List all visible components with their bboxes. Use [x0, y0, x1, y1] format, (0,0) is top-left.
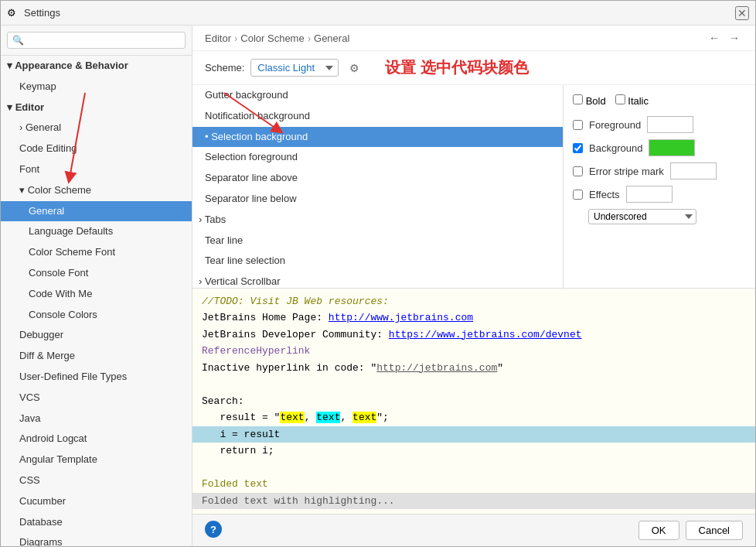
tree-item-tear-line[interactable]: Tear line — [192, 231, 563, 251]
sidebar-item-general[interactable]: › General — [1, 118, 192, 138]
sidebar: ▾ Appearance & Behavior Keymap ▾ Editor … — [1, 26, 192, 546]
background-label: Background — [589, 142, 642, 154]
highlight-text-3: text — [352, 412, 376, 423]
effects-color-box[interactable] — [626, 186, 673, 203]
tree-item-gutter-bg[interactable]: Gutter background — [192, 85, 563, 106]
props-panel: Bold Italic Foreground — [564, 85, 755, 288]
effects-row: Effects — [573, 186, 746, 203]
scheme-gear-icon[interactable]: ⚙ — [345, 59, 363, 77]
error-stripe-checkbox[interactable] — [573, 166, 583, 176]
title-bar: ⚙ Settings ✕ — [1, 1, 755, 26]
code-line-search: Search: — [192, 393, 755, 410]
breadcrumb: Editor › Color Scheme › General ← → — [192, 26, 755, 51]
sidebar-item-diagrams[interactable]: Diagrams — [1, 532, 192, 546]
foreground-row: Foreground — [573, 116, 746, 133]
breadcrumb-sep2: › — [308, 32, 311, 44]
effects-checkbox[interactable] — [573, 190, 583, 200]
sidebar-item-console-colors[interactable]: Console Colors — [1, 305, 192, 326]
tree-item-selection-bg[interactable]: • Selection background — [192, 127, 563, 148]
code-line-empty1 — [192, 376, 755, 393]
sidebar-item-vcs[interactable]: VCS — [1, 388, 192, 409]
nav-back-button[interactable]: ← — [706, 32, 723, 44]
foreground-color-box[interactable] — [647, 116, 693, 133]
tree-item-sep-below[interactable]: Separator line below — [192, 189, 563, 210]
sidebar-item-console-font[interactable]: Console Font — [1, 263, 192, 284]
close-button[interactable]: ✕ — [735, 6, 749, 20]
sidebar-item-general-sub[interactable]: General — [1, 201, 192, 222]
breadcrumb-part3: General — [314, 32, 349, 44]
sidebar-item-language-defaults[interactable]: Language Defaults — [1, 221, 192, 242]
code-line-fold2: Folded text with highlighting... — [192, 493, 755, 510]
bold-checkbox[interactable] — [573, 94, 583, 104]
settings-window: ⚙ Settings ✕ ▾ Appearance & Behavior Key… — [0, 0, 756, 547]
tree-item-sep-above[interactable]: Separator line above — [192, 168, 563, 189]
sidebar-search-container — [1, 26, 192, 56]
sidebar-item-cucumber[interactable]: Cucumber — [1, 491, 192, 512]
tree-panel: Gutter background Notification backgroun… — [192, 85, 564, 288]
cancel-button[interactable]: Cancel — [686, 521, 743, 540]
background-color-box[interactable] — [649, 139, 695, 156]
breadcrumb-navigation: ← → — [706, 32, 743, 44]
breadcrumb-part1: Editor — [205, 32, 231, 44]
sidebar-item-code-with-me[interactable]: Code With Me — [1, 284, 192, 305]
tree-item-tear-line-sel[interactable]: Tear line selection — [192, 251, 563, 272]
sidebar-item-keymap[interactable]: Keymap — [1, 77, 192, 97]
sidebar-item-user-defined[interactable]: User-Defined File Types — [1, 367, 192, 388]
ok-button[interactable]: OK — [639, 521, 679, 540]
tree-item-notification-bg[interactable]: Notification background — [192, 106, 563, 127]
code-line-4: ReferenceHyperlink — [192, 343, 755, 360]
code-line-empty2 — [192, 460, 755, 477]
tree-item-tabs[interactable]: › Tabs — [192, 210, 563, 231]
content-area: ▾ Appearance & Behavior Keymap ▾ Editor … — [1, 26, 755, 546]
sidebar-item-color-scheme[interactable]: ▾ Color Scheme — [1, 180, 192, 201]
sidebar-item-angular[interactable]: Angular Template — [1, 450, 192, 470]
sidebar-item-diff-merge[interactable]: Diff & Merge — [1, 346, 192, 367]
breadcrumb-part2: Color Scheme — [240, 32, 304, 44]
code-line-3: JetBrains Developer Community: https://w… — [192, 326, 755, 344]
bold-checkbox-label: Bold — [573, 94, 606, 107]
split-panel: Gutter background Notification backgroun… — [192, 85, 755, 288]
scheme-label: Scheme: — [205, 62, 244, 74]
nav-forward-button[interactable]: → — [726, 32, 743, 44]
foreground-checkbox[interactable] — [573, 120, 583, 130]
error-stripe-row: Error stripe mark — [573, 162, 746, 179]
italic-checkbox-label: Italic — [615, 94, 649, 107]
sidebar-item-css[interactable]: CSS — [1, 470, 192, 491]
sidebar-item-code-editing[interactable]: Code Editing — [1, 138, 192, 159]
background-checkbox[interactable] — [573, 143, 583, 153]
background-row: Background — [573, 139, 746, 156]
annotation-text: 设置 选中代码块颜色 — [385, 57, 529, 78]
code-line-5: Inactive hyperlink in code: "http://jetb… — [192, 360, 755, 377]
italic-checkbox[interactable] — [615, 94, 625, 104]
format-checkboxes: Bold Italic — [573, 94, 746, 107]
foreground-label: Foreground — [589, 119, 641, 131]
scheme-select[interactable]: Classic Light Default Darcula High Contr… — [250, 59, 339, 77]
search-input[interactable] — [7, 32, 186, 49]
highlight-text-1: text — [280, 412, 304, 423]
code-preview: //TODO: Visit JB Web resources: JetBrain… — [192, 288, 755, 515]
window-icon: ⚙ — [7, 7, 19, 19]
help-button[interactable]: ? — [205, 521, 222, 538]
effects-label: Effects — [589, 189, 620, 200]
error-stripe-label: Error stripe mark — [589, 166, 664, 177]
code-line-selected: i = result — [192, 426, 755, 443]
error-stripe-color-box[interactable] — [670, 162, 717, 179]
sidebar-item-debugger[interactable]: Debugger — [1, 325, 192, 346]
sidebar-item-java[interactable]: Java — [1, 409, 192, 429]
main-panel: Editor › Color Scheme › General ← → Sche… — [192, 26, 755, 546]
sidebar-item-font[interactable]: Font — [1, 159, 192, 180]
sidebar-item-database[interactable]: Database — [1, 512, 192, 533]
code-line-2: JetBrains Home Page: http://www.jetbrain… — [192, 309, 755, 326]
window-title: Settings — [24, 7, 735, 19]
scheme-bar: Scheme: Classic Light Default Darcula Hi… — [192, 51, 755, 85]
sidebar-item-editor[interactable]: ▾ Editor — [1, 97, 192, 118]
sidebar-item-appearance[interactable]: ▾ Appearance & Behavior — [1, 56, 192, 77]
code-line-fold: Folded text — [192, 476, 755, 493]
tree-item-selection-fg[interactable]: Selection foreground — [192, 147, 563, 168]
sidebar-item-android-logcat[interactable]: Android Logcat — [1, 429, 192, 450]
effects-type-select[interactable]: Underscored Bordered Box Wave underscore… — [588, 209, 696, 224]
sidebar-item-color-scheme-font[interactable]: Color Scheme Font — [1, 242, 192, 263]
footer: ? OK Cancel — [192, 514, 755, 546]
breadcrumb-sep1: › — [234, 32, 237, 44]
tree-item-vert-scroll[interactable]: › Vertical Scrollbar — [192, 272, 563, 287]
